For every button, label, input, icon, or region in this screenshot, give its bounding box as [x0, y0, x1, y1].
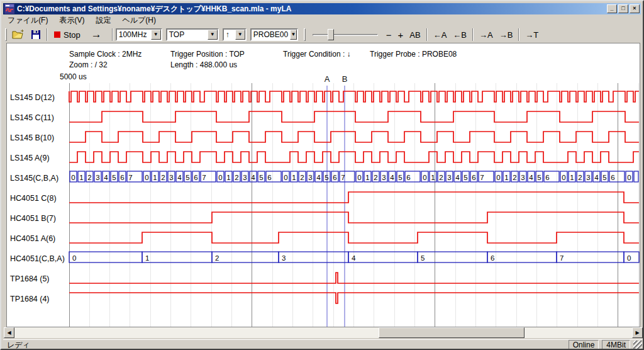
bus-value: 1 [226, 174, 230, 181]
minimize-button[interactable]: _ [607, 4, 617, 13]
bus-value: 1 [153, 174, 157, 181]
bus-value: 1 [145, 254, 149, 262]
window-title: C:¥Documents and Settings¥noname¥デスクトップ¥… [17, 4, 606, 14]
bus-value: 5 [421, 254, 425, 262]
bus-value: 6 [491, 254, 494, 262]
trigger-edge-combo[interactable]: ↑ ▼ [223, 28, 247, 41]
dropdown-arrow-icon[interactable]: ▼ [208, 30, 218, 40]
bus-cell [69, 252, 142, 262]
cursor-label-b: B [342, 74, 348, 84]
bus-value: 1 [570, 174, 574, 181]
goto-cursor-a-right-button[interactable]: →A [476, 28, 496, 42]
bus-value: 0 [562, 174, 565, 181]
bus-value: 6 [267, 174, 271, 181]
stop-button[interactable]: Stop [50, 28, 84, 42]
bus-value: 2 [235, 174, 238, 181]
menu-settings[interactable]: 設定 [91, 14, 115, 26]
bus-value: 6 [406, 174, 410, 181]
bus-value: 2 [161, 174, 165, 181]
bus-value: 5 [259, 174, 263, 181]
toolbar-separator [47, 28, 48, 41]
scroll-left-arrow-icon[interactable]: ◀ [4, 327, 14, 338]
bus-value: 1 [504, 174, 508, 181]
menu-file[interactable]: ファイル(F) [3, 14, 52, 26]
trigger-position-value: TOP [167, 30, 208, 39]
menu-help[interactable]: ヘルプ(H) [118, 14, 160, 26]
sample-clock-combo[interactable]: 100MHz ▼ [116, 28, 162, 41]
scrollbar-thumb[interactable] [379, 327, 525, 338]
bus-value: 6 [333, 174, 336, 181]
app-icon [4, 4, 14, 14]
goto-cursor-b-left-button[interactable]: ←B [450, 28, 470, 42]
bus-value: 2 [513, 174, 516, 181]
bus-value: 6 [545, 174, 549, 181]
bus-value: 3 [282, 254, 286, 262]
goto-cursor-a-left-button[interactable]: ←A [430, 28, 450, 42]
bus-cell [348, 252, 418, 262]
scroll-right-arrow-icon[interactable]: ▶ [632, 327, 643, 338]
zoom-in-button[interactable]: + [395, 28, 407, 42]
bus-value: 4 [390, 174, 394, 181]
bus-value: 0 [496, 174, 500, 181]
save-button[interactable] [28, 28, 44, 42]
waveform-canvas[interactable]: AB01234567012345670123456012345670123456… [7, 43, 640, 327]
bus-value: 7 [560, 254, 564, 262]
trigger-edge-value: ↑ [224, 30, 235, 39]
toolbar-separator [112, 28, 113, 41]
bus-cell [212, 252, 279, 262]
toolbar-grip[interactable] [304, 28, 306, 41]
bus-value: 1 [365, 174, 369, 181]
bus-value: 7 [341, 174, 345, 181]
zoom-out-button[interactable]: − [383, 28, 395, 42]
trigger-position-combo[interactable]: TOP ▼ [166, 28, 219, 41]
bus-value: 0 [423, 174, 426, 181]
bus-cell [624, 252, 639, 262]
status-bar: レディ Online 4MBit [3, 339, 643, 350]
bus-cell [418, 252, 487, 262]
bus-cell [634, 171, 638, 182]
waveform-panel[interactable]: Sample Clock : 2MHz Trigger Position : T… [6, 43, 640, 327]
zoom-slider-thumb[interactable] [328, 29, 334, 40]
title-bar[interactable]: C:¥Documents and Settings¥noname¥デスクトップ¥… [3, 3, 641, 14]
close-button[interactable]: × [630, 4, 640, 13]
bus-value: 2 [439, 174, 443, 181]
bus-value: 4 [251, 174, 255, 181]
bus-value: 0 [71, 174, 75, 181]
bus-cell [279, 252, 348, 262]
dropdown-arrow-icon[interactable]: ▼ [151, 30, 161, 40]
bus-value: 5 [325, 174, 328, 181]
resize-grip[interactable] [633, 341, 642, 349]
zoom-ab-button[interactable]: AB [406, 28, 423, 42]
dropdown-arrow-icon[interactable]: ▼ [235, 30, 245, 40]
toolbar-grip[interactable] [5, 28, 7, 41]
toolbar: Stop → 100MHz ▼ TOP ▼ ↑ ▼ PROBE00 ▼ − + … [3, 26, 641, 43]
bus-value: 5 [464, 174, 467, 181]
goto-cursor-b-right-button[interactable]: →B [496, 28, 516, 42]
zoom-slider[interactable] [313, 28, 378, 41]
bus-value: 2 [215, 254, 219, 262]
maximize-button[interactable]: □ [618, 4, 628, 13]
cursor-label-a: A [325, 74, 330, 84]
bus-value: 4 [529, 174, 533, 181]
bus-value: 4 [352, 254, 356, 262]
bus-value: 7 [202, 174, 206, 181]
stop-label: Stop [64, 30, 80, 40]
bus-value: 6 [611, 174, 614, 181]
zoom-slider-track[interactable] [313, 34, 378, 36]
app-window: C:¥Documents and Settings¥noname¥デスクトップ¥… [0, 0, 644, 350]
trigger-probe-combo[interactable]: PROBE00 ▼ [250, 28, 298, 41]
bus-value: 7 [128, 174, 132, 181]
dropdown-arrow-icon[interactable]: ▼ [290, 30, 297, 40]
run-button[interactable]: → [84, 28, 109, 42]
open-file-button[interactable] [9, 28, 28, 42]
bus-value: 5 [186, 174, 189, 181]
horizontal-scrollbar[interactable]: ◀ ▶ [4, 327, 643, 338]
bus-value: 6 [120, 174, 124, 181]
bus-value: 1 [292, 174, 296, 181]
bus-value: 0 [72, 254, 76, 262]
menu-bar: ファイル(F) 表示(V) 設定 ヘルプ(H) [3, 15, 641, 26]
bus-value: 3 [586, 174, 590, 181]
goto-trigger-button[interactable]: →T [522, 28, 541, 42]
bus-cell [557, 252, 624, 262]
menu-view[interactable]: 表示(V) [55, 14, 89, 26]
